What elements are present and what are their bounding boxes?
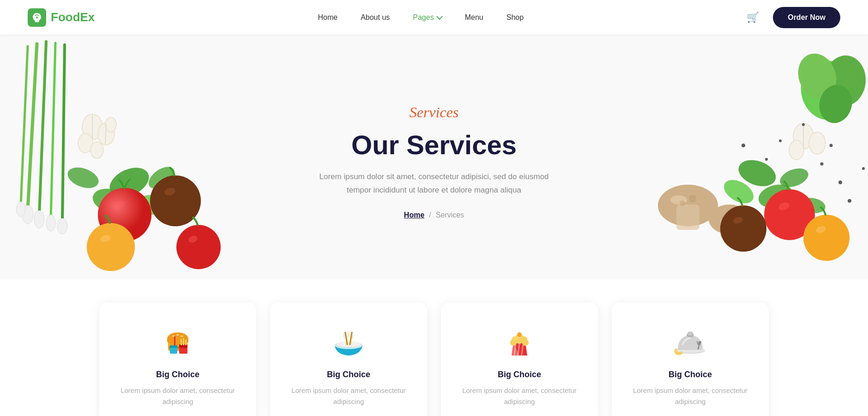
svg-point-98 — [510, 339, 517, 346]
hero-content: Services Our Services Lorem ipsum dolor … — [319, 76, 549, 238]
svg-point-63 — [792, 48, 842, 104]
nav-links: Home About us Pages Menu Shop — [318, 13, 524, 22]
svg-point-67 — [720, 205, 766, 252]
service-card-4: Big Choice Lorem ipsum dolor amet, conse… — [612, 302, 769, 416]
svg-rect-41 — [720, 218, 739, 238]
nav-about[interactable]: About us — [361, 13, 390, 22]
service-card-4-desc: Lorem ipsum dolor amet, consectetur adip… — [627, 385, 754, 407]
svg-rect-82 — [181, 339, 182, 345]
svg-point-21 — [65, 163, 101, 192]
svg-point-50 — [789, 140, 804, 160]
svg-point-78 — [176, 334, 179, 336]
service-card-1: Big Choice Lorem ipsum dolor amet, conse… — [99, 302, 256, 416]
hero-description: Lorem ipsum dolor sit amet, consectetur … — [319, 170, 549, 197]
service-cards-row: Big Choice Lorem ipsum dolor amet, conse… — [92, 302, 776, 416]
svg-point-26 — [150, 175, 201, 226]
svg-rect-83 — [183, 338, 184, 345]
service-card-1-desc: Lorem ipsum dolor amet, consectetur adip… — [114, 385, 241, 407]
order-now-button[interactable]: Order Now — [773, 7, 840, 28]
svg-point-34 — [658, 185, 718, 226]
svg-point-49 — [809, 132, 826, 154]
veg-left-decoration — [0, 35, 286, 279]
svg-point-66 — [778, 201, 790, 211]
veg-right-decoration — [582, 35, 868, 279]
svg-point-40 — [709, 205, 750, 234]
svg-rect-35 — [676, 205, 699, 230]
svg-point-23 — [98, 188, 151, 241]
svg-point-27 — [150, 175, 201, 226]
services-section: Big Choice Lorem ipsum dolor amet, conse… — [0, 279, 868, 416]
svg-point-59 — [848, 199, 851, 203]
svg-point-13 — [78, 133, 93, 153]
service-card-4-icon — [672, 323, 709, 360]
service-card-2-icon — [330, 323, 367, 360]
breadcrumb-current: Services — [436, 211, 464, 219]
svg-point-68 — [720, 205, 766, 252]
svg-point-36 — [658, 185, 718, 226]
svg-point-43 — [735, 155, 780, 191]
logo[interactable]: FoodEx — [28, 8, 95, 27]
svg-point-38 — [689, 195, 696, 202]
svg-point-9 — [57, 218, 67, 234]
hero-subtitle: Services — [319, 104, 549, 121]
navbar: FoodEx Home About us Pages Menu Shop 🛒 O… — [0, 0, 868, 35]
svg-point-8 — [46, 215, 55, 231]
service-card-4-title: Big Choice — [669, 370, 712, 380]
svg-point-10 — [16, 202, 25, 217]
svg-rect-84 — [185, 339, 187, 345]
nav-home[interactable]: Home — [318, 13, 338, 22]
svg-point-47 — [799, 196, 827, 215]
svg-point-20 — [129, 193, 167, 219]
svg-point-0 — [36, 17, 38, 18]
svg-point-60 — [862, 167, 865, 170]
service-card-2: Big Choice Lorem ipsum dolor amet, conse… — [270, 302, 427, 416]
svg-point-37 — [670, 195, 687, 205]
svg-point-28 — [163, 187, 176, 197]
logo-icon — [28, 8, 46, 27]
svg-point-65 — [764, 189, 815, 240]
svg-point-69 — [732, 216, 744, 224]
service-card-3-desc: Lorem ipsum dolor amet, consectetur adip… — [456, 385, 583, 407]
svg-point-32 — [176, 225, 221, 269]
svg-point-100 — [522, 339, 529, 346]
svg-point-106 — [687, 332, 693, 335]
logo-text: FoodEx — [51, 10, 95, 24]
nav-pages[interactable]: Pages — [413, 13, 441, 22]
svg-point-64 — [815, 81, 856, 127]
nav-menu[interactable]: Menu — [465, 13, 483, 22]
svg-line-17 — [105, 124, 106, 144]
nav-shop[interactable]: Shop — [506, 13, 524, 22]
svg-line-1 — [28, 44, 37, 210]
svg-point-42 — [709, 205, 750, 234]
hero-title: Our Services — [319, 129, 549, 160]
service-card-2-title: Big Choice — [327, 370, 370, 380]
svg-point-57 — [830, 144, 833, 147]
svg-point-48 — [793, 123, 814, 149]
svg-point-19 — [90, 185, 132, 217]
breadcrumb-home-link[interactable]: Home — [404, 211, 424, 219]
svg-rect-87 — [170, 345, 177, 348]
svg-point-54 — [765, 158, 768, 161]
svg-point-29 — [87, 223, 135, 271]
pages-dropdown-icon — [436, 13, 443, 20]
nav-right: 🛒 Order Now — [747, 7, 840, 28]
svg-point-45 — [720, 175, 758, 208]
svg-point-90 — [337, 342, 361, 347]
breadcrumb-separator: / — [429, 211, 431, 219]
svg-point-44 — [756, 181, 796, 211]
svg-point-22 — [145, 163, 178, 193]
svg-rect-85 — [174, 336, 175, 346]
svg-point-24 — [98, 188, 151, 241]
svg-point-7 — [34, 211, 44, 228]
svg-point-30 — [87, 223, 135, 271]
svg-point-18 — [105, 162, 153, 203]
svg-line-4 — [62, 45, 65, 224]
service-card-3-title: Big Choice — [498, 370, 541, 380]
cart-icon[interactable]: 🛒 — [747, 12, 759, 24]
svg-point-58 — [779, 139, 782, 142]
svg-line-5 — [21, 46, 28, 205]
hero-section: Services Our Services Lorem ipsum dolor … — [0, 35, 868, 279]
svg-point-12 — [98, 123, 115, 145]
svg-point-39 — [680, 200, 685, 206]
svg-point-55 — [838, 181, 842, 184]
